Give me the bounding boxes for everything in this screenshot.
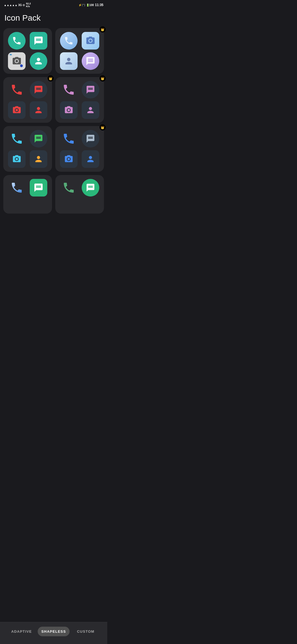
- icon-camera-teal: [7, 52, 26, 70]
- icon-contacts-dark-cyan: [29, 150, 48, 168]
- pack-dark-cyan[interactable]: [3, 126, 52, 172]
- icon-pack-list: 👑: [0, 28, 107, 238]
- pack-teal-circle[interactable]: [3, 28, 52, 74]
- icon-contacts-glass: [59, 52, 78, 70]
- icon-sms-dark-red: [29, 81, 48, 99]
- battery-icon: 🔋100: [86, 4, 94, 7]
- bluetooth-icon: ⚡📳: [78, 4, 85, 7]
- premium-badge-2: 👑: [48, 75, 54, 81]
- premium-badge: 👑: [100, 26, 106, 32]
- pack-glass[interactable]: 👑: [55, 28, 104, 74]
- icon-phone-dark-red: [7, 81, 26, 99]
- page-header: Icon Pack: [0, 9, 107, 28]
- speed-indicator: 52.2K/s: [26, 2, 31, 8]
- icon-grid: 👑: [0, 28, 107, 214]
- icon-camera-dark-blue: [59, 150, 78, 168]
- icon-row-1: 👑: [3, 28, 104, 74]
- status-left: ▲▲▲▲▲ 3G ⊙ 52.2K/s: [4, 2, 31, 8]
- icon-row-3: 👑: [3, 126, 104, 172]
- icon-contacts-dark-red: [29, 101, 48, 119]
- icon-sms-teal: [29, 32, 48, 50]
- icon-phone-flat: [7, 179, 26, 197]
- clock: 11:35: [95, 3, 103, 7]
- pack-flat-green[interactable]: [55, 175, 104, 214]
- icon-camera-dark-purple: [59, 101, 78, 119]
- status-right: ⚡📳 🔋100 11:35: [78, 3, 103, 7]
- premium-badge-4: 👑: [100, 124, 106, 130]
- icon-camera-dark-cyan: [7, 150, 26, 168]
- icon-phone-dark-purple: [59, 81, 78, 99]
- icon-phone-dark-cyan: [7, 130, 26, 148]
- premium-badge-3: 👑: [100, 75, 106, 81]
- icon-phone-glass: [59, 32, 78, 50]
- icon-phone-dark-blue: [59, 130, 78, 148]
- icon-contacts-teal: [29, 52, 48, 70]
- icon-sms-dark-purple: [81, 81, 100, 99]
- signal-icons: ▲▲▲▲▲ 3G ⊙: [4, 4, 25, 7]
- pack-dark-red[interactable]: 👑: [3, 77, 52, 123]
- icon-row-4: [3, 175, 104, 214]
- icon-camera-glass: [81, 32, 100, 50]
- icon-contacts-dark-blue: [81, 150, 100, 168]
- icon-sms-dark-blue: [81, 130, 100, 148]
- icon-sms-flat-green: [29, 179, 48, 197]
- page-title: Icon Pack: [4, 13, 103, 23]
- icon-row-2: 👑: [3, 77, 104, 123]
- icon-sms-dark-cyan: [29, 130, 48, 148]
- icon-phone-flat-green: [59, 179, 78, 197]
- pack-dark-purple[interactable]: 👑: [55, 77, 104, 123]
- pack-flat-blue[interactable]: [3, 175, 52, 214]
- icon-contacts-dark-purple: [81, 101, 100, 119]
- icon-sms-flat-green-circle: [81, 179, 100, 197]
- status-bar: ▲▲▲▲▲ 3G ⊙ 52.2K/s ⚡📳 🔋100 11:35: [0, 0, 107, 9]
- icon-phone-teal: [7, 32, 26, 50]
- icon-chat-glass: [81, 52, 100, 70]
- pack-dark-blue[interactable]: 👑: [55, 126, 104, 172]
- icon-camera-dark-red: [7, 101, 26, 119]
